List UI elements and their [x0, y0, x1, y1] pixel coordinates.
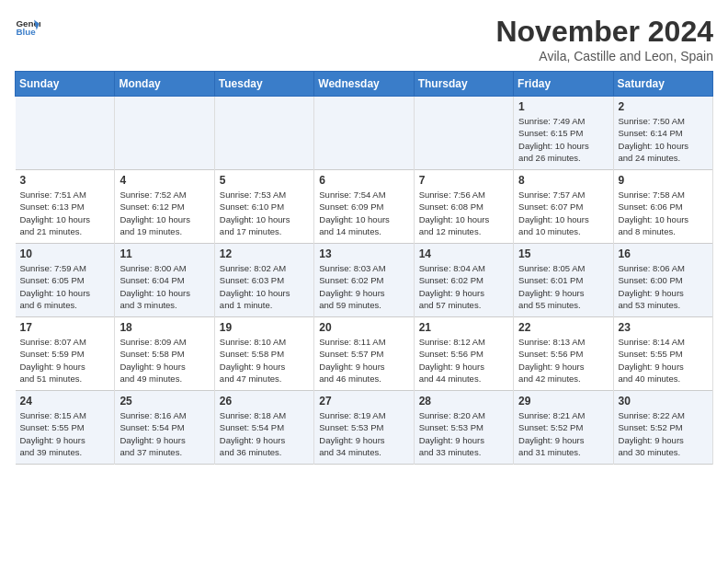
day-number: 29 [518, 395, 608, 408]
calendar-cell: 25Sunrise: 8:16 AM Sunset: 5:54 PM Dayli… [115, 391, 214, 465]
day-info: Sunrise: 8:20 AM Sunset: 5:53 PM Dayligh… [419, 409, 508, 458]
calendar-table: SundayMondayTuesdayWednesdayThursdayFrid… [15, 71, 713, 465]
day-number: 11 [119, 247, 209, 260]
day-info: Sunrise: 8:18 AM Sunset: 5:54 PM Dayligh… [220, 409, 309, 458]
calendar-cell: 30Sunrise: 8:22 AM Sunset: 5:52 PM Dayli… [613, 391, 712, 465]
day-number: 28 [419, 395, 508, 408]
day-info: Sunrise: 7:54 AM Sunset: 6:09 PM Dayligh… [319, 189, 408, 237]
calendar-cell: 20Sunrise: 8:11 AM Sunset: 5:57 PM Dayli… [314, 317, 414, 391]
day-number: 8 [518, 174, 608, 187]
col-header-monday: Monday [115, 72, 214, 97]
day-number: 14 [419, 247, 508, 260]
calendar-cell: 22Sunrise: 8:13 AM Sunset: 5:56 PM Dayli… [514, 317, 613, 391]
calendar-cell: 15Sunrise: 8:05 AM Sunset: 6:01 PM Dayli… [514, 244, 613, 317]
day-number: 5 [220, 174, 309, 187]
day-number: 7 [419, 174, 508, 187]
day-number: 3 [20, 174, 110, 187]
day-number: 27 [319, 395, 408, 408]
calendar-cell [16, 97, 115, 170]
col-header-wednesday: Wednesday [314, 72, 414, 97]
day-info: Sunrise: 8:19 AM Sunset: 5:53 PM Dayligh… [319, 409, 408, 458]
day-number: 23 [619, 321, 708, 334]
calendar-cell: 17Sunrise: 8:07 AM Sunset: 5:59 PM Dayli… [16, 317, 115, 391]
calendar-cell: 21Sunrise: 8:12 AM Sunset: 5:56 PM Dayli… [414, 317, 513, 391]
col-header-friday: Friday [514, 72, 613, 97]
logo-icon: General Blue [15, 15, 40, 40]
day-number: 20 [319, 321, 408, 334]
calendar-cell [414, 97, 513, 170]
col-header-sunday: Sunday [16, 72, 115, 97]
day-info: Sunrise: 8:07 AM Sunset: 5:59 PM Dayligh… [20, 336, 110, 385]
day-info: Sunrise: 8:14 AM Sunset: 5:55 PM Dayligh… [619, 336, 708, 385]
day-info: Sunrise: 7:51 AM Sunset: 6:13 PM Dayligh… [20, 189, 110, 237]
day-number: 10 [20, 247, 110, 260]
day-number: 19 [220, 321, 309, 334]
day-number: 13 [319, 247, 408, 260]
day-number: 6 [319, 174, 408, 187]
day-info: Sunrise: 8:00 AM Sunset: 6:04 PM Dayligh… [119, 262, 209, 311]
day-number: 18 [119, 321, 209, 334]
calendar-cell: 10Sunrise: 7:59 AM Sunset: 6:05 PM Dayli… [16, 244, 115, 317]
day-number: 2 [619, 100, 708, 113]
calendar-cell: 7Sunrise: 7:56 AM Sunset: 6:08 PM Daylig… [414, 170, 513, 244]
month-title: November 2024 [495, 15, 713, 49]
day-info: Sunrise: 7:52 AM Sunset: 6:12 PM Dayligh… [119, 189, 209, 237]
calendar-cell: 4Sunrise: 7:52 AM Sunset: 6:12 PM Daylig… [115, 170, 214, 244]
day-info: Sunrise: 7:53 AM Sunset: 6:10 PM Dayligh… [220, 189, 309, 237]
calendar-cell [314, 97, 414, 170]
calendar-cell: 1Sunrise: 7:49 AM Sunset: 6:15 PM Daylig… [514, 97, 613, 170]
calendar-cell: 2Sunrise: 7:50 AM Sunset: 6:14 PM Daylig… [613, 97, 712, 170]
calendar-cell: 12Sunrise: 8:02 AM Sunset: 6:03 PM Dayli… [214, 244, 313, 317]
calendar-cell: 13Sunrise: 8:03 AM Sunset: 6:02 PM Dayli… [314, 244, 414, 317]
day-number: 22 [518, 321, 608, 334]
calendar-cell: 23Sunrise: 8:14 AM Sunset: 5:55 PM Dayli… [613, 317, 712, 391]
day-info: Sunrise: 8:03 AM Sunset: 6:02 PM Dayligh… [319, 262, 408, 311]
calendar-cell [115, 97, 214, 170]
day-info: Sunrise: 8:06 AM Sunset: 6:00 PM Dayligh… [619, 262, 708, 311]
location-subtitle: Avila, Castille and Leon, Spain [495, 49, 713, 63]
calendar-cell: 24Sunrise: 8:15 AM Sunset: 5:55 PM Dayli… [16, 391, 115, 465]
day-number: 17 [20, 321, 110, 334]
svg-text:Blue: Blue [16, 27, 36, 37]
calendar-cell: 6Sunrise: 7:54 AM Sunset: 6:09 PM Daylig… [314, 170, 414, 244]
day-info: Sunrise: 8:12 AM Sunset: 5:56 PM Dayligh… [419, 336, 508, 385]
day-info: Sunrise: 8:21 AM Sunset: 5:52 PM Dayligh… [518, 409, 608, 458]
calendar-cell: 18Sunrise: 8:09 AM Sunset: 5:58 PM Dayli… [115, 317, 214, 391]
day-number: 1 [518, 100, 608, 113]
calendar-cell: 16Sunrise: 8:06 AM Sunset: 6:00 PM Dayli… [613, 244, 712, 317]
day-number: 21 [419, 321, 508, 334]
day-info: Sunrise: 8:05 AM Sunset: 6:01 PM Dayligh… [518, 262, 608, 311]
day-info: Sunrise: 8:11 AM Sunset: 5:57 PM Dayligh… [319, 336, 408, 385]
day-info: Sunrise: 7:56 AM Sunset: 6:08 PM Dayligh… [419, 189, 508, 237]
day-info: Sunrise: 8:04 AM Sunset: 6:02 PM Dayligh… [419, 262, 508, 311]
day-info: Sunrise: 8:15 AM Sunset: 5:55 PM Dayligh… [20, 409, 110, 458]
calendar-cell: 11Sunrise: 8:00 AM Sunset: 6:04 PM Dayli… [115, 244, 214, 317]
calendar-cell: 14Sunrise: 8:04 AM Sunset: 6:02 PM Dayli… [414, 244, 513, 317]
calendar-cell: 28Sunrise: 8:20 AM Sunset: 5:53 PM Dayli… [414, 391, 513, 465]
calendar-cell [214, 97, 313, 170]
day-number: 15 [518, 247, 608, 260]
day-info: Sunrise: 8:02 AM Sunset: 6:03 PM Dayligh… [220, 262, 309, 311]
col-header-tuesday: Tuesday [214, 72, 313, 97]
day-info: Sunrise: 7:58 AM Sunset: 6:06 PM Dayligh… [619, 189, 708, 237]
day-info: Sunrise: 8:10 AM Sunset: 5:58 PM Dayligh… [220, 336, 309, 385]
calendar-cell: 8Sunrise: 7:57 AM Sunset: 6:07 PM Daylig… [514, 170, 613, 244]
calendar-cell: 5Sunrise: 7:53 AM Sunset: 6:10 PM Daylig… [214, 170, 313, 244]
calendar-cell: 29Sunrise: 8:21 AM Sunset: 5:52 PM Dayli… [514, 391, 613, 465]
day-info: Sunrise: 8:22 AM Sunset: 5:52 PM Dayligh… [619, 409, 708, 458]
calendar-cell: 3Sunrise: 7:51 AM Sunset: 6:13 PM Daylig… [16, 170, 115, 244]
calendar-cell: 19Sunrise: 8:10 AM Sunset: 5:58 PM Dayli… [214, 317, 313, 391]
col-header-thursday: Thursday [414, 72, 513, 97]
day-number: 26 [220, 395, 309, 408]
day-info: Sunrise: 7:59 AM Sunset: 6:05 PM Dayligh… [20, 262, 110, 311]
day-number: 16 [619, 247, 708, 260]
day-info: Sunrise: 8:16 AM Sunset: 5:54 PM Dayligh… [119, 409, 209, 458]
day-number: 24 [20, 395, 110, 408]
day-info: Sunrise: 8:13 AM Sunset: 5:56 PM Dayligh… [518, 336, 608, 385]
calendar-cell: 27Sunrise: 8:19 AM Sunset: 5:53 PM Dayli… [314, 391, 414, 465]
day-info: Sunrise: 7:49 AM Sunset: 6:15 PM Dayligh… [518, 115, 608, 164]
calendar-cell: 9Sunrise: 7:58 AM Sunset: 6:06 PM Daylig… [613, 170, 712, 244]
day-number: 9 [619, 174, 708, 187]
day-number: 12 [220, 247, 309, 260]
title-area: November 2024 Avila, Castille and Leon, … [495, 15, 713, 63]
